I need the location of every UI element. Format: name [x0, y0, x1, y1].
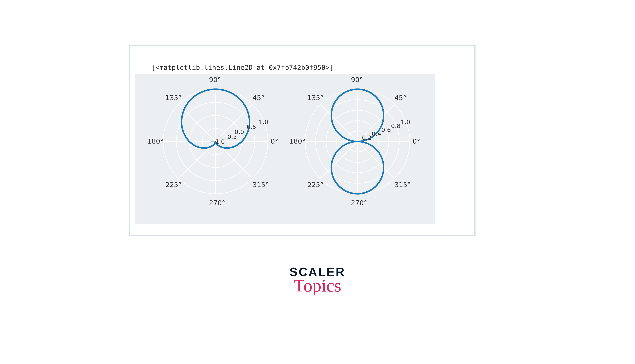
polar-angle-label: 225° — [166, 181, 182, 188]
svg-line-23 — [320, 142, 357, 178]
polar-angle-label: 45° — [253, 94, 264, 102]
polar-angle-label: 90° — [209, 76, 221, 84]
polar-angle-label: 0° — [271, 138, 278, 145]
polar-angle-label: 180° — [289, 138, 306, 145]
polar-angle-label: 135° — [307, 94, 324, 102]
polar-radius-label: 0.6 — [381, 126, 391, 134]
brand-logo: SCALER Topics — [275, 265, 360, 296]
polar-angle-label: 270° — [209, 199, 225, 207]
polar-radius-label: 0.4 — [372, 130, 381, 138]
polar-angle-label: 135° — [166, 94, 182, 102]
polar-radius-label: 0.8 — [391, 122, 401, 130]
svg-line-21 — [320, 104, 357, 142]
logo-topics-word: Topics — [275, 275, 360, 296]
polar-angle-label: 225° — [307, 181, 324, 188]
polar-radius-label: 0.2 — [362, 134, 371, 141]
polar-angle-label: 315° — [253, 181, 269, 188]
polar-angle-label: 90° — [351, 76, 363, 84]
polar-chart-left: 0°45°90°135°180°225°270°315° −1.0−0.50.0… — [158, 84, 273, 199]
polar-radius-label: 1.0 — [259, 118, 268, 126]
polar-angle-label: 180° — [147, 138, 164, 145]
polar-radius-label: 1.0 — [401, 118, 410, 126]
repl-line-1: [<matplotlib.lines.Line2D at 0x7fb742b0f… — [152, 64, 334, 71]
polar-chart-right: 0°45°90°135°180°225°270°315° 0.20.40.60.… — [300, 84, 415, 199]
polar-angle-label: 0° — [413, 138, 420, 145]
polar-radius-label: 0.5 — [247, 124, 256, 130]
polar-angle-label: 270° — [351, 199, 367, 207]
figure-background: 0°45°90°135°180°225°270°315° −1.0−0.50.0… — [135, 74, 435, 224]
polar-angle-label: 45° — [394, 94, 406, 102]
polar-radius-label: 0.0 — [235, 128, 244, 136]
svg-line-25 — [357, 142, 394, 178]
output-card: [<matplotlib.lines.Line2D at 0x7fb742b0f… — [129, 45, 475, 236]
polar-angle-label: 315° — [394, 181, 411, 188]
